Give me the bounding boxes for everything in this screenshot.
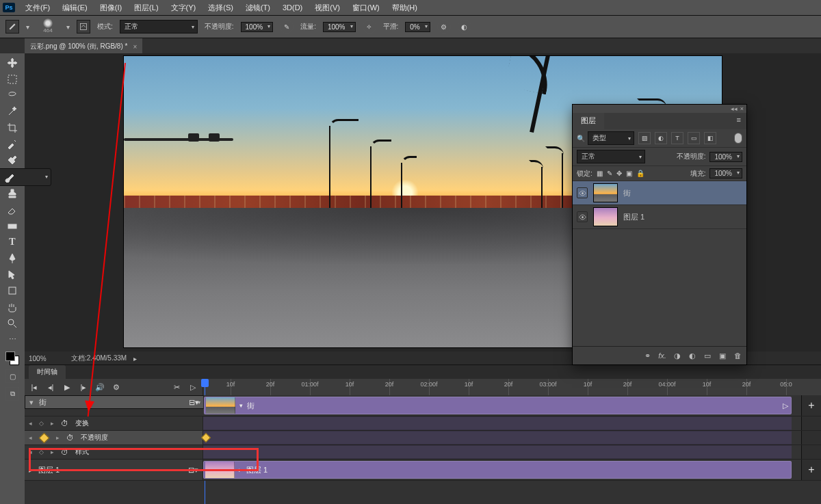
adjustment-icon[interactable]: ◐ (688, 352, 697, 360)
chevron-down-icon[interactable]: ▾ (29, 398, 34, 407)
stopwatch-icon[interactable]: ⏱ (61, 419, 68, 427)
menu-help[interactable]: 帮助(H) (387, 3, 422, 13)
group-icon[interactable]: ▭ (703, 352, 712, 360)
menu-window[interactable]: 窗口(W) (348, 3, 385, 13)
zoom-tool[interactable] (3, 315, 22, 332)
menu-filter[interactable]: 滤镜(T) (241, 3, 275, 13)
go-start-icon[interactable]: |◂ (29, 382, 40, 393)
prev-frame-icon[interactable]: ◂| (45, 382, 56, 393)
airbrush-icon[interactable]: ⟡ (363, 20, 376, 34)
flow-value[interactable]: 100% (323, 22, 356, 32)
track-options-icon[interactable]: ⊟▾ (188, 466, 198, 475)
collapse-icon[interactable]: ◂◂ (731, 105, 738, 112)
filter-type-icon[interactable]: T (671, 132, 683, 144)
menu-select[interactable]: 选择(S) (203, 3, 238, 13)
next-frame-icon[interactable]: |▸ (78, 382, 89, 393)
gear-icon[interactable]: ⚙ (437, 20, 451, 34)
pen-tool[interactable] (3, 250, 22, 267)
filter-adjust-icon[interactable]: ◐ (655, 132, 667, 144)
timeline-ruler[interactable]: 10f20f01:00f10f20f02:00f10f20f03:00f10f2… (203, 379, 821, 395)
path-select-tool[interactable] (3, 267, 22, 283)
stamp-tool[interactable] (3, 186, 22, 202)
eyedropper-tool[interactable] (3, 135, 22, 152)
lock-position-icon[interactable]: ✥ (616, 170, 622, 177)
track-header-layer1[interactable]: ▸ 图层 1 ⊟▾ (25, 460, 203, 480)
layer-name[interactable]: 街 (623, 188, 631, 198)
filter-toggle[interactable] (734, 133, 742, 144)
fill-value[interactable]: 100% (709, 168, 742, 178)
menu-type[interactable]: 文字(Y) (166, 3, 201, 13)
audio-icon[interactable]: 🔊 (94, 382, 105, 393)
chevron-right-icon[interactable]: ▸ (29, 466, 33, 475)
hand-tool[interactable] (3, 299, 22, 315)
transition-icon[interactable]: ▷ (187, 382, 198, 393)
stopwatch-icon[interactable]: ⏱ (66, 434, 74, 442)
prop-transform[interactable]: ◂◇▸ ⏱ 变换 (25, 416, 203, 430)
menu-view[interactable]: 视图(V) (310, 3, 345, 13)
menu-image[interactable]: 图像(I) (95, 3, 127, 13)
quickmask-icon[interactable]: ▢ (5, 369, 19, 383)
chevron-right-icon[interactable]: ▸ (239, 466, 242, 473)
document-tab[interactable]: 云彩.png @ 100% (街, RGB/8) * × (25, 38, 142, 55)
lock-pixels-icon[interactable]: ▦ (597, 170, 603, 177)
split-icon[interactable]: ✂ (171, 382, 182, 393)
layer-item-street[interactable]: 街 (573, 181, 746, 205)
wand-tool[interactable] (3, 103, 22, 120)
tool-preset-picker[interactable] (5, 20, 19, 34)
gradient-tool[interactable] (3, 218, 22, 235)
menu-file[interactable]: 文件(F) (21, 3, 55, 13)
brush-preview[interactable]: 464 (36, 14, 60, 38)
layer-blend-select[interactable]: 正常 (577, 150, 645, 163)
trash-icon[interactable]: 🗑 (733, 352, 742, 360)
lock-all-icon[interactable]: 🔒 (636, 170, 644, 177)
track-header-street[interactable]: ▾ 街 ⊟▾ (25, 395, 204, 409)
color-swatches[interactable] (5, 352, 19, 365)
marquee-tool[interactable] (3, 71, 22, 88)
more-tools[interactable]: ⋯ (3, 332, 22, 348)
prop-opacity[interactable]: ◂▸ ⏱ 不透明度 (25, 431, 203, 445)
brush-panel-toggle[interactable] (77, 20, 90, 34)
lasso-tool[interactable] (3, 87, 22, 103)
layer-name[interactable]: 图层 1 (623, 212, 644, 222)
layers-panel[interactable]: ◂◂× 图层 ≡ 🔍 类型 ▨ ◐ T ▭ ◧ 正常 不透明度: 100% 锁定… (572, 104, 747, 365)
menu-edit[interactable]: 编辑(E) (57, 3, 92, 13)
shape-tool[interactable] (3, 283, 22, 300)
layer-item-layer1[interactable]: 图层 1 (573, 205, 746, 229)
brush-caret[interactable]: ▾ (66, 23, 70, 31)
filter-shape-icon[interactable]: ▭ (688, 132, 700, 144)
type-tool[interactable]: T (3, 235, 22, 251)
clip-street[interactable]: ▾ 街 ▷ (204, 397, 792, 414)
search-icon[interactable]: 🔍 (577, 135, 585, 142)
layers-tab[interactable]: 图层 (573, 113, 604, 129)
smooth-value[interactable]: 0% (405, 22, 430, 32)
opacity-value[interactable]: 100% (241, 22, 274, 32)
keyframe-add-icon[interactable] (39, 432, 50, 443)
blend-mode-select[interactable]: 正常 (120, 20, 198, 34)
crop-tool[interactable] (3, 120, 22, 136)
filter-smart-icon[interactable]: ◧ (704, 132, 716, 144)
status-caret[interactable]: ▸ (133, 355, 137, 362)
visibility-icon[interactable] (577, 187, 588, 198)
fx-icon[interactable]: fx. (657, 352, 667, 360)
menu-layer[interactable]: 图层(L) (129, 3, 163, 13)
lock-brush-icon[interactable]: ✎ (607, 170, 612, 177)
add-track-button[interactable]: + (801, 395, 821, 416)
move-tool[interactable] (3, 55, 22, 71)
filter-pixel-icon[interactable]: ▨ (638, 132, 651, 144)
close-icon[interactable]: × (740, 105, 744, 112)
heal-tool[interactable] (3, 152, 22, 168)
menu-3d[interactable]: 3D(D) (278, 3, 307, 12)
clip-end-icon[interactable]: ▷ (783, 401, 788, 410)
lock-artboard-icon[interactable]: ▣ (626, 170, 632, 177)
new-layer-icon[interactable]: ▣ (718, 352, 727, 360)
link-icon[interactable]: ⚭ (642, 352, 652, 360)
options-caret[interactable]: ▾ (26, 23, 29, 31)
visibility-icon[interactable] (577, 211, 588, 222)
track-options-icon[interactable]: ⊟▾ (189, 398, 199, 407)
chevron-down-icon[interactable]: ▾ (239, 402, 243, 409)
screenmode-icon[interactable]: ⧉ (5, 387, 19, 401)
clip-layer1[interactable]: ▸ 图层 1 (203, 461, 792, 479)
pressure-size-icon[interactable]: ◐ (458, 20, 471, 34)
mask-icon[interactable]: ◑ (673, 352, 682, 360)
layer-opacity-value[interactable]: 100% (709, 152, 742, 162)
